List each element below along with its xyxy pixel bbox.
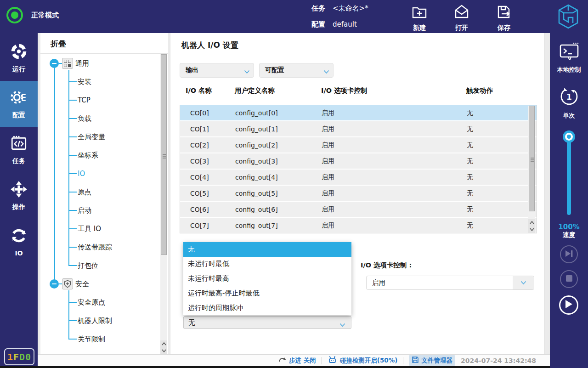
speed-slider-track[interactable] <box>567 136 571 215</box>
table-header: I/O 名称 用户定义名称 I/O 选项卡控制 触发动作 <box>180 86 537 95</box>
task-value: <未命名>* <box>333 4 368 12</box>
tree-item[interactable]: 机器人限制 <box>40 311 160 330</box>
task-label: 任务 <box>311 4 333 12</box>
code-window-icon <box>10 134 28 154</box>
column-header: 用户定义名称 <box>235 86 321 95</box>
save-task-button[interactable]: 保存 <box>489 3 519 32</box>
speed-slider-handle[interactable] <box>563 130 575 143</box>
sidebar-item-io[interactable]: IO <box>0 219 38 265</box>
left-nav: 运行 配置 任务 <box>0 33 38 368</box>
collapse-button[interactable]: 折叠 <box>51 39 66 49</box>
scroll-down-button[interactable] <box>528 226 535 233</box>
io-type-select[interactable]: 可配置 <box>259 63 334 78</box>
table-row[interactable]: CO[2] config_out[2] 启用 无 <box>180 137 537 153</box>
config-value: default <box>333 20 357 28</box>
io-table-rows: CO[0] config_out[0] 启用 无 CO[1] config_ou… <box>180 105 537 233</box>
divider <box>170 54 544 54</box>
io-name-cell: CO[4] <box>180 174 235 181</box>
dropdown-option[interactable]: 运行时最高-停止时最低 <box>183 286 351 300</box>
dropdown-option[interactable]: 未运行时最低 <box>183 257 351 272</box>
safety-children: 安全原点 机器人限制 关节限制 <box>40 293 160 348</box>
skip-icon <box>565 249 574 260</box>
scroll-up-button[interactable] <box>160 340 167 347</box>
tree-item[interactable]: 坐标系 <box>40 146 160 164</box>
tree-item[interactable]: 工具 IO <box>40 220 160 238</box>
sidebar-item-task[interactable]: 任务 <box>0 127 38 173</box>
tree-item[interactable]: 关节限制 <box>40 330 160 348</box>
tree-item[interactable]: 负载 <box>40 109 160 128</box>
trigger-cell: 无 <box>467 189 537 198</box>
user-name-cell: config_out[6] <box>235 206 322 213</box>
table-row[interactable]: CO[7] config_out[7] 启用 无 <box>180 218 537 233</box>
tree-item[interactable]: TCP <box>40 91 160 109</box>
collapse-node-icon[interactable] <box>50 279 59 289</box>
trigger-action-select[interactable]: 无 <box>183 316 351 329</box>
config-label: 配置 <box>311 20 333 28</box>
sidebar-item-config[interactable]: 配置 <box>0 81 38 127</box>
tree-item[interactable]: 原点 <box>40 183 160 201</box>
scroll-down-button[interactable] <box>160 347 167 354</box>
shield-plus-icon <box>62 278 73 289</box>
tree-group-safety[interactable]: 安全 <box>40 275 160 293</box>
tree-item[interactable]: 打包位 <box>40 256 160 275</box>
trigger-cell: 无 <box>467 205 537 214</box>
table-row[interactable]: CO[3] config_out[3] 启用 无 <box>180 153 537 170</box>
tree-item[interactable]: 传送带跟踪 <box>40 238 160 256</box>
status-badge: 1FD0 <box>4 348 34 365</box>
play-icon <box>565 300 573 311</box>
io-tab-control-select[interactable]: 启用 <box>366 276 534 290</box>
io-name-cell: CO[6] <box>180 206 235 213</box>
speed-value: 100% <box>550 223 588 231</box>
user-name-cell: config_out[1] <box>235 125 322 133</box>
table-row[interactable]: CO[0] config_out[0] 启用 无 <box>180 105 537 121</box>
table-scrollbar-thumb[interactable] <box>529 106 535 211</box>
move-arrows-icon <box>10 180 28 200</box>
dropdown-option[interactable]: 运行时的周期脉冲 <box>183 300 351 315</box>
user-name-cell: config_out[3] <box>235 158 322 165</box>
trigger-cell: 无 <box>467 125 537 133</box>
general-children: 安装 TCP 负载 全局变量 坐标系 <box>40 73 160 275</box>
mode-indicator: 正常模式 <box>6 7 59 23</box>
gear-icon <box>10 88 28 108</box>
task-config-info: 任务 <未命名>* 配置 default <box>311 4 368 36</box>
collapse-node-icon[interactable] <box>50 59 59 68</box>
sidebar-item-run[interactable]: 运行 <box>0 35 38 81</box>
status-bar: 步进 关闭 碰撞检测开启(50%) <box>38 354 550 366</box>
io-direction-select[interactable]: 输出 <box>180 63 254 78</box>
tree-item[interactable]: 安全原点 <box>40 293 160 311</box>
scroll-up-button[interactable] <box>528 219 535 226</box>
single-cycle-icon: 1 <box>559 86 580 109</box>
sidebar-item-operate[interactable]: 操作 <box>0 173 38 219</box>
tab-control-cell: 启用 <box>322 125 467 133</box>
tree-scrollbar-thumb[interactable] <box>161 54 167 255</box>
dropdown-option[interactable]: 无 <box>183 242 351 257</box>
tree-scrollbar[interactable] <box>160 54 167 354</box>
new-task-button[interactable]: 新建 <box>404 3 435 32</box>
play-button[interactable] <box>559 295 578 315</box>
step-next-button[interactable] <box>560 245 578 263</box>
grid-icon <box>62 58 73 69</box>
tree-item[interactable]: IO <box>40 164 160 183</box>
trigger-cell: 无 <box>467 221 537 230</box>
table-row[interactable]: CO[5] config_out[5] 启用 无 <box>180 186 537 202</box>
local-control-button[interactable]: 本地控制 <box>550 41 588 74</box>
table-row[interactable]: CO[1] config_out[1] 启用 无 <box>180 121 537 137</box>
tree-group-general[interactable]: 通用 <box>40 54 160 73</box>
tree-item[interactable]: 安装 <box>40 73 160 91</box>
trigger-action-dropdown-list: 无 未运行时最低 未运行时最高 运行时最高-停止时最低 运行时的周期脉冲 <box>183 242 351 315</box>
table-scrollbar[interactable] <box>528 106 535 233</box>
step-mode-status[interactable]: 步进 关闭 <box>278 356 316 365</box>
file-manager-button[interactable]: 文件管理器 <box>409 355 455 366</box>
tab-control-cell: 启用 <box>322 189 467 198</box>
dropdown-option[interactable]: 未运行时最高 <box>183 272 351 286</box>
table-row[interactable]: CO[4] config_out[4] 启用 无 <box>180 170 537 186</box>
collision-detection-status[interactable]: 碰撞检测开启(50%) <box>328 356 398 365</box>
column-header: I/O 选项卡控制 <box>321 86 466 95</box>
tree-item[interactable]: 启动 <box>40 201 160 220</box>
single-run-button[interactable]: 1 单次 <box>550 86 588 120</box>
io-name-cell: CO[2] <box>180 142 235 149</box>
open-task-button[interactable]: 打开 <box>447 3 477 32</box>
table-row[interactable]: CO[6] config_out[6] 启用 无 <box>180 202 537 218</box>
tree-item[interactable]: 全局变量 <box>40 128 160 146</box>
stop-button[interactable] <box>560 270 578 288</box>
